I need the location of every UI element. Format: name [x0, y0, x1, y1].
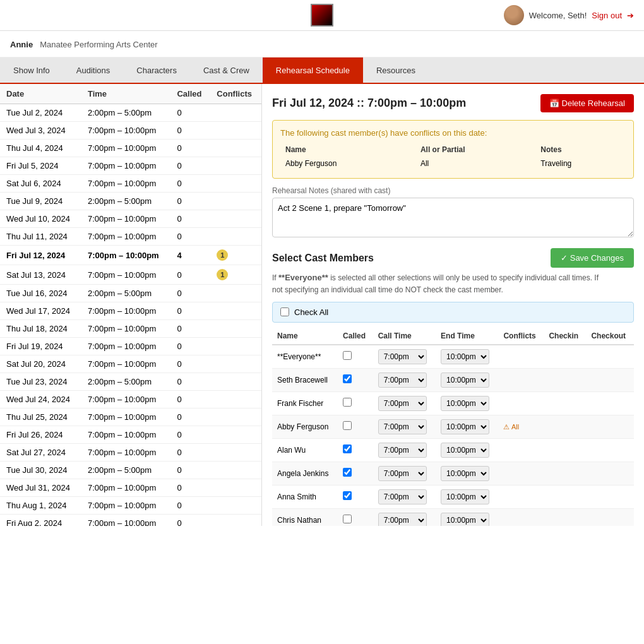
- schedule-row[interactable]: Sat Jul 6, 20247:00pm – 10:00pm0: [0, 175, 261, 193]
- cast-cell-calltime[interactable]: 7:00pm7:30pm8:00pm8:30pm9:00pm10:00pm: [373, 462, 436, 485]
- save-changes-button[interactable]: ✓ Save Changes: [551, 248, 634, 268]
- check-all-label[interactable]: Check All: [294, 307, 328, 317]
- cast-called-checkbox[interactable]: [343, 515, 352, 523]
- cast-endtime-select[interactable]: 10:00pm10:30pm11:00pm: [441, 349, 489, 364]
- schedule-cell-date: Wed Jul 17, 2024: [0, 302, 81, 320]
- schedule-row[interactable]: Tue Jul 30, 20242:00pm – 5:00pm0: [0, 462, 261, 479]
- schedule-cell-time: 7:00pm – 10:00pm: [81, 228, 171, 246]
- cast-called-checkbox[interactable]: [343, 374, 352, 383]
- tab-characters[interactable]: Characters: [123, 57, 190, 83]
- cast-cell-calltime[interactable]: 7:00pm7:30pm8:00pm8:30pm9:00pm10:00pm: [373, 391, 436, 415]
- schedule-row[interactable]: Thu Jul 18, 20247:00pm – 10:00pm0: [0, 320, 261, 338]
- cast-cell-endtime[interactable]: 10:00pm10:30pm11:00pm: [436, 368, 498, 391]
- schedule-row[interactable]: Fri Jul 5, 20247:00pm – 10:00pm0: [0, 157, 261, 175]
- tab-auditions[interactable]: Auditions: [63, 57, 123, 83]
- schedule-cell-date: Thu Aug 1, 2024: [0, 497, 81, 515]
- cast-endtime-select[interactable]: 10:00pm10:30pm11:00pm: [441, 513, 489, 527]
- cast-cell-called[interactable]: [338, 368, 373, 391]
- cast-cell-checkout: [586, 508, 634, 526]
- cast-endtime-select[interactable]: 10:00pm10:30pm11:00pm: [441, 419, 489, 434]
- delete-rehearsal-button[interactable]: 📅 Delete Rehearsal: [540, 94, 634, 112]
- schedule-cell-called: 0: [170, 497, 210, 515]
- cast-endtime-select[interactable]: 10:00pm10:30pm11:00pm: [441, 443, 489, 458]
- cast-cell-calltime[interactable]: 7:00pm7:30pm8:00pm8:30pm9:00pm10:00pm: [373, 508, 436, 526]
- schedule-cell-conflicts: [210, 285, 261, 302]
- schedule-row[interactable]: Thu Jul 11, 20247:00pm – 10:00pm0: [0, 228, 261, 246]
- schedule-row[interactable]: Sat Jul 13, 20247:00pm – 10:00pm01: [0, 265, 261, 285]
- schedule-row[interactable]: Sat Jul 20, 20247:00pm – 10:00pm0: [0, 355, 261, 373]
- schedule-row[interactable]: Wed Jul 17, 20247:00pm – 10:00pm0: [0, 302, 261, 320]
- cast-cell-calltime[interactable]: 7:00pm7:30pm8:00pm8:30pm9:00pm10:00pm: [373, 368, 436, 391]
- cast-cell-endtime[interactable]: 10:00pm10:30pm11:00pm: [436, 391, 498, 415]
- schedule-row[interactable]: Wed Jul 31, 20247:00pm – 10:00pm0: [0, 479, 261, 497]
- cast-cell-called[interactable]: [338, 438, 373, 462]
- cast-calltime-select[interactable]: 7:00pm7:30pm8:00pm8:30pm9:00pm10:00pm: [378, 396, 427, 411]
- cast-cell-calltime[interactable]: 7:00pm7:30pm8:00pm8:30pm9:00pm10:00pm: [373, 438, 436, 462]
- schedule-cell-conflicts: [210, 228, 261, 246]
- cast-called-checkbox[interactable]: [343, 421, 352, 430]
- schedule-row[interactable]: Fri Jul 12, 20247:00pm – 10:00pm41: [0, 246, 261, 265]
- schedule-row[interactable]: Tue Jul 2, 20242:00pm – 5:00pm0: [0, 104, 261, 122]
- cast-cell-endtime[interactable]: 10:00pm10:30pm11:00pm: [436, 462, 498, 485]
- cast-cell-checkin: [544, 508, 586, 526]
- cast-calltime-select[interactable]: 7:00pm7:30pm8:00pm8:30pm9:00pm10:00pm: [378, 443, 427, 458]
- cast-called-checkbox[interactable]: [343, 468, 352, 477]
- cast-row: Angela Jenkins7:00pm7:30pm8:00pm8:30pm9:…: [272, 462, 634, 485]
- schedule-row[interactable]: Wed Jul 3, 20247:00pm – 10:00pm0: [0, 122, 261, 140]
- schedule-row[interactable]: Fri Jul 19, 20247:00pm – 10:00pm0: [0, 338, 261, 355]
- schedule-cell-date: Fri Aug 2, 2024: [0, 515, 81, 527]
- schedule-cell-called: 0: [170, 157, 210, 175]
- cast-cell-endtime[interactable]: 10:00pm10:30pm11:00pm: [436, 345, 498, 369]
- cast-calltime-select[interactable]: 7:00pm7:30pm8:00pm8:30pm9:00pm10:00pm: [378, 419, 427, 434]
- schedule-row[interactable]: Fri Aug 2, 20247:00pm – 10:00pm0: [0, 515, 261, 527]
- schedule-row[interactable]: Thu Jul 25, 20247:00pm – 10:00pm0: [0, 408, 261, 426]
- cast-cell-endtime[interactable]: 10:00pm10:30pm11:00pm: [436, 415, 498, 438]
- cast-called-checkbox[interactable]: [343, 491, 352, 500]
- schedule-row[interactable]: Sat Jul 27, 20247:00pm – 10:00pm0: [0, 444, 261, 462]
- tab-rehearsal-schedule[interactable]: Rehearsal Schedule: [263, 57, 363, 83]
- cast-cell-endtime[interactable]: 10:00pm10:30pm11:00pm: [436, 438, 498, 462]
- schedule-row[interactable]: Tue Jul 16, 20242:00pm – 5:00pm0: [0, 285, 261, 302]
- sign-out-link[interactable]: Sign out: [592, 11, 622, 20]
- tab-show-info[interactable]: Show Info: [0, 57, 63, 83]
- cast-calltime-select[interactable]: 7:00pm7:30pm8:00pm8:30pm9:00pm10:00pm: [378, 513, 427, 527]
- cast-cell-called[interactable]: [338, 485, 373, 508]
- schedule-row[interactable]: Wed Jul 24, 20247:00pm – 10:00pm0: [0, 391, 261, 408]
- cast-cell-calltime[interactable]: 7:00pm7:30pm8:00pm8:30pm9:00pm10:00pm: [373, 485, 436, 508]
- cast-cell-called[interactable]: [338, 462, 373, 485]
- check-all-checkbox[interactable]: [280, 307, 289, 316]
- schedule-row[interactable]: Thu Jul 4, 20247:00pm – 10:00pm0: [0, 140, 261, 157]
- cast-calltime-select[interactable]: 7:00pm7:30pm8:00pm8:30pm9:00pm10:00pm: [378, 489, 427, 504]
- schedule-row[interactable]: Tue Jul 23, 20242:00pm – 5:00pm0: [0, 373, 261, 391]
- cast-cell-checkin: [544, 345, 586, 369]
- cast-cell-called[interactable]: [338, 508, 373, 526]
- check-all-row: Check All: [272, 302, 634, 323]
- schedule-cell-time: 7:00pm – 10:00pm: [81, 122, 171, 140]
- tab-resources[interactable]: Resources: [363, 57, 429, 83]
- schedule-row[interactable]: Tue Jul 9, 20242:00pm – 5:00pm0: [0, 193, 261, 210]
- cast-cell-calltime[interactable]: 7:00pm7:30pm8:00pm8:30pm9:00pm10:00pm: [373, 415, 436, 438]
- cast-endtime-select[interactable]: 10:00pm10:30pm11:00pm: [441, 373, 489, 388]
- cast-called-checkbox[interactable]: [343, 398, 352, 407]
- schedule-row[interactable]: Wed Jul 10, 20247:00pm – 10:00pm0: [0, 210, 261, 228]
- cast-cell-calltime[interactable]: 7:00pm7:30pm8:00pm8:30pm9:00pm10:00pm: [373, 345, 436, 369]
- cast-endtime-select[interactable]: 10:00pm10:30pm11:00pm: [441, 466, 489, 481]
- cast-cell-endtime[interactable]: 10:00pm10:30pm11:00pm: [436, 508, 498, 526]
- tab-cast-crew[interactable]: Cast & Crew: [190, 57, 263, 83]
- cast-cell-called[interactable]: [338, 391, 373, 415]
- cast-cell-checkin: [544, 438, 586, 462]
- schedule-row[interactable]: Fri Jul 26, 20247:00pm – 10:00pm0: [0, 426, 261, 444]
- cast-cell-endtime[interactable]: 10:00pm10:30pm11:00pm: [436, 485, 498, 508]
- cast-calltime-select[interactable]: 7:00pm7:30pm8:00pm8:30pm9:00pm10:00pm: [378, 373, 427, 388]
- rehearsal-notes-input[interactable]: Act 2 Scene 1, prepare "Tomorrow": [272, 198, 634, 237]
- cast-calltime-select[interactable]: 7:00pm7:30pm8:00pm8:30pm9:00pm10:00pm: [378, 466, 427, 481]
- cast-cell-called[interactable]: [338, 345, 373, 369]
- cast-endtime-select[interactable]: 10:00pm10:30pm11:00pm: [441, 396, 489, 411]
- cast-calltime-select[interactable]: 7:00pm7:30pm8:00pm8:30pm9:00pm10:00pm: [378, 349, 427, 364]
- cast-called-checkbox[interactable]: [343, 351, 352, 360]
- cast-endtime-select[interactable]: 10:00pm10:30pm11:00pm: [441, 489, 489, 504]
- cast-called-checkbox[interactable]: [343, 444, 352, 453]
- cast-cell-called[interactable]: [338, 415, 373, 438]
- schedule-row[interactable]: Thu Aug 1, 20247:00pm – 10:00pm0: [0, 497, 261, 515]
- schedule-cell-time: 7:00pm – 10:00pm: [81, 140, 171, 157]
